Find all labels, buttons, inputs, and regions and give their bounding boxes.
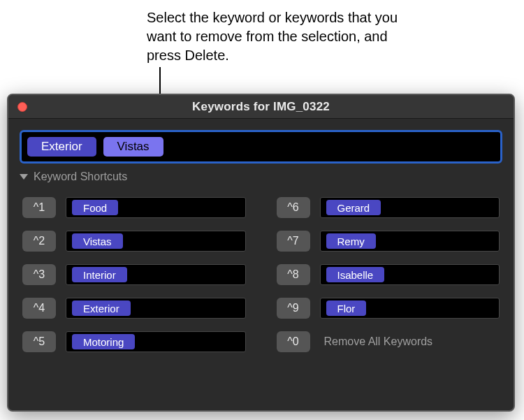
- shortcut-key[interactable]: ^5: [22, 331, 56, 352]
- remove-all-keywords-button[interactable]: Remove All Keywords: [320, 335, 500, 348]
- keyword-pill[interactable]: Gerard: [326, 200, 381, 215]
- keyword-manager-window: Keywords for IMG_0322 Exterior Vistas Ke…: [7, 94, 515, 412]
- keyword-pill[interactable]: Remy: [326, 233, 376, 249]
- help-annotation: Select the keyword or keywords that you …: [147, 8, 405, 65]
- shortcut-key[interactable]: ^1: [22, 197, 56, 218]
- shortcut-slot: ^1 Food: [22, 197, 246, 218]
- shortcut-keyword-field[interactable]: Vistas: [66, 231, 246, 252]
- keyword-shortcuts-disclosure[interactable]: Keyword Shortcuts: [20, 171, 502, 183]
- keyword-pill[interactable]: Motoring: [72, 334, 135, 349]
- keyword-pill[interactable]: Isabelle: [326, 267, 385, 282]
- shortcut-key[interactable]: ^2: [22, 231, 56, 252]
- shortcut-keyword-field[interactable]: Flor: [320, 298, 500, 319]
- shortcut-slot: ^9 Flor: [277, 298, 500, 319]
- shortcut-key[interactable]: ^8: [277, 264, 310, 285]
- shortcut-keyword-field[interactable]: Food: [66, 197, 246, 218]
- shortcut-key[interactable]: ^9: [277, 298, 310, 319]
- shortcut-slot: ^4 Exterior: [22, 298, 246, 319]
- keyword-pill[interactable]: Interior: [72, 267, 127, 282]
- shortcut-keyword-field[interactable]: Remy: [320, 231, 500, 252]
- shortcut-slot: ^2 Vistas: [22, 231, 246, 252]
- shortcut-key[interactable]: ^3: [22, 264, 56, 285]
- shortcut-slot: ^6 Gerard: [277, 197, 500, 218]
- keyword-pill[interactable]: Exterior: [72, 300, 131, 316]
- shortcut-key[interactable]: ^7: [277, 231, 310, 252]
- shortcut-key[interactable]: ^6: [277, 197, 310, 218]
- assigned-keywords-field[interactable]: Exterior Vistas: [20, 130, 502, 164]
- keyword-pill[interactable]: Vistas: [72, 233, 123, 249]
- keyword-shortcuts-grid: ^1 Food ^6 Gerard ^2 Vistas ^7 Remy: [8, 191, 514, 366]
- shortcut-keyword-field[interactable]: Isabelle: [320, 264, 500, 285]
- titlebar: Keywords for IMG_0322: [8, 95, 514, 119]
- shortcut-keyword-field[interactable]: Interior: [66, 264, 246, 285]
- keyword-token[interactable]: Exterior: [27, 137, 96, 157]
- shortcut-keyword-field[interactable]: Gerard: [320, 197, 500, 218]
- remove-all-slot: ^0 Remove All Keywords: [277, 331, 500, 352]
- shortcut-key[interactable]: ^0: [277, 331, 310, 352]
- shortcut-key[interactable]: ^4: [22, 298, 56, 319]
- shortcut-slot: ^3 Interior: [22, 264, 246, 285]
- keyword-pill[interactable]: Flor: [326, 300, 367, 316]
- disclosure-label: Keyword Shortcuts: [34, 171, 127, 183]
- keyword-pill[interactable]: Food: [72, 200, 118, 215]
- window-title: Keywords for IMG_0322: [8, 100, 514, 114]
- keyword-token-selected[interactable]: Vistas: [103, 137, 163, 157]
- shortcut-slot: ^5 Motoring: [22, 331, 246, 352]
- shortcut-slot: ^8 Isabelle: [277, 264, 500, 285]
- shortcut-slot: ^7 Remy: [277, 231, 500, 252]
- chevron-down-icon: [20, 174, 28, 180]
- shortcut-keyword-field[interactable]: Motoring: [66, 331, 246, 352]
- shortcut-keyword-field[interactable]: Exterior: [66, 298, 246, 319]
- close-window-button[interactable]: [17, 102, 27, 112]
